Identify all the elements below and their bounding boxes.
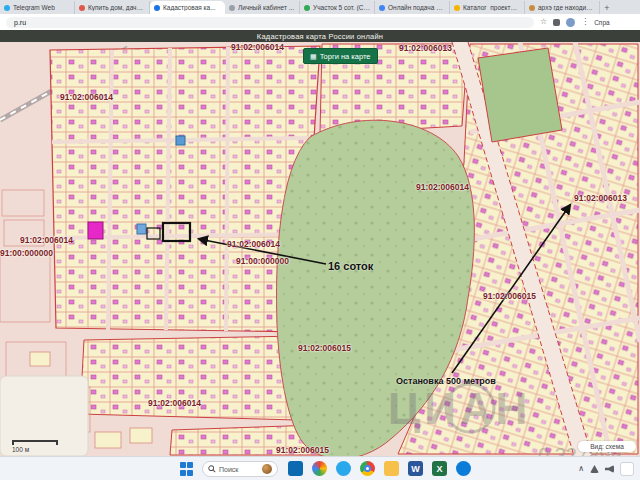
tab-label: Онлайн подача зая... — [388, 4, 445, 11]
system-tray: ∧ — [578, 462, 634, 476]
auction-button-label: Торги на карте — [320, 52, 371, 61]
wifi-icon[interactable] — [590, 465, 599, 473]
browser-menu-icon[interactable]: ⋮ — [581, 18, 589, 26]
chevron-up-icon[interactable]: ∧ — [578, 465, 584, 473]
magenta-parcel[interactable] — [88, 222, 103, 239]
taskbar-apps: W X — [288, 461, 471, 476]
area-annotation: 16 соток — [328, 260, 373, 272]
tab-label: Каталог_проектов... — [463, 4, 520, 11]
telegram-icon[interactable] — [336, 461, 351, 476]
bus-stop-annotation: Остановка 500 метров — [396, 376, 496, 386]
explorer-icon[interactable] — [384, 461, 399, 476]
bookmark-star-icon[interactable]: ☆ — [540, 18, 547, 26]
tab-label: Telegram Web — [13, 4, 55, 11]
map-layer-switcher[interactable]: Вид: схема — [578, 441, 636, 452]
map-canvas: ЦИАН 0 327899 — [0, 42, 640, 456]
tab-telegram[interactable]: Telegram Web — [0, 1, 75, 14]
cadastral-label[interactable]: 91:02:006014 — [148, 398, 201, 408]
bookmark-item[interactable]: Спра — [594, 19, 609, 26]
search-icon — [208, 465, 216, 473]
photos-icon[interactable] — [312, 461, 327, 476]
tab-online-application[interactable]: Онлайн подача зая... — [375, 1, 450, 14]
tab-strip: Telegram Web Купить дом, дачу и... Кадас… — [0, 0, 640, 14]
tab-favicon — [4, 5, 10, 11]
blue-parcel[interactable] — [137, 224, 146, 234]
tab-favicon — [229, 5, 235, 11]
cadastral-label[interactable]: 91:02:006014 — [60, 92, 113, 102]
taskbar: Поиск W X ∧ — [0, 456, 640, 480]
tab-favicon — [379, 5, 385, 11]
green-zone-top-right — [478, 48, 562, 142]
tab-label: Кадастровая ка... — [163, 4, 216, 11]
tab-projects-catalog[interactable]: Каталог_проектов... — [450, 1, 525, 14]
cadastral-label[interactable]: 91:02:006013 — [574, 193, 627, 203]
start-button[interactable] — [180, 462, 194, 476]
tab-favicon — [454, 5, 460, 11]
taskbar-search[interactable]: Поиск — [202, 461, 278, 477]
blue-marker-parcel[interactable] — [176, 136, 185, 145]
auction-on-map-button[interactable]: ▦ Торги на карте — [303, 48, 378, 64]
cadastral-label[interactable]: 91:02:006014 — [20, 235, 73, 245]
cadastral-label[interactable]: 91:02:006013 — [399, 43, 452, 53]
new-tab-button[interactable]: + — [600, 1, 614, 14]
cadastral-map[interactable]: ЦИАН 0 327899 ▦ Торги на карте 91:02:006… — [0, 42, 640, 456]
tab-buy-house[interactable]: Купить дом, дачу и... — [75, 1, 150, 14]
url-field[interactable]: p.ru — [6, 17, 534, 28]
page-title: Кадастровая карта России онлайн — [257, 32, 383, 41]
profile-avatar[interactable] — [566, 18, 575, 27]
scale-label: 100 м — [12, 446, 58, 453]
cadastral-label[interactable]: 91:02:006015 — [276, 445, 329, 455]
tab-label: Личный кабинет ... — [238, 4, 294, 11]
chrome-icon[interactable] — [360, 461, 375, 476]
cadastral-label[interactable]: 91:00:000000 — [236, 256, 289, 266]
cadastral-label[interactable]: 91:02:006014 — [227, 239, 280, 249]
notification-center-icon[interactable] — [620, 462, 634, 476]
cadastral-label[interactable]: 91:00:000000 — [0, 248, 53, 258]
address-bar: p.ru ☆ ⋮ Спра — [0, 14, 640, 30]
tab-cadastral-map[interactable]: Кадастровая ка... — [150, 1, 225, 14]
tab-label: архэ где находите... — [538, 4, 595, 11]
map-scale: 100 м — [12, 440, 58, 453]
site-header: Кадастровая карта России онлайн — [0, 30, 640, 42]
search-highlight-image — [262, 464, 272, 474]
cadastral-label[interactable]: 91:02:006014 — [231, 42, 284, 52]
grid-icon: ▦ — [310, 53, 317, 60]
volume-icon[interactable] — [605, 465, 614, 473]
extensions-icon[interactable] — [553, 19, 560, 26]
cadastral-label[interactable]: 91:02:006014 — [416, 182, 469, 192]
tab-favicon — [529, 5, 535, 11]
edge-icon[interactable] — [456, 461, 471, 476]
tab-favicon — [304, 5, 310, 11]
tab-personal-account[interactable]: Личный кабинет ... — [225, 1, 300, 14]
scale-line — [12, 440, 58, 445]
watermark-logo-text: ЦИАН — [388, 384, 531, 433]
tab-favicon — [154, 5, 160, 11]
cadastral-label[interactable]: 91:02:006015 — [298, 343, 351, 353]
tab-label: Участок 5 сот. (СНТ... — [313, 4, 370, 11]
excel-icon[interactable]: X — [432, 461, 447, 476]
cadastral-label[interactable]: 91:02:006015 — [483, 291, 536, 301]
word-icon[interactable]: W — [408, 461, 423, 476]
watermark: ЦИАН — [388, 384, 531, 433]
browser-window: Telegram Web Купить дом, дачу и... Кадас… — [0, 0, 640, 480]
tab-plot-listing[interactable]: Участок 5 сот. (СНТ... — [300, 1, 375, 14]
tab-arhe-location[interactable]: архэ где находите... — [525, 1, 600, 14]
url-text: p.ru — [14, 19, 26, 26]
search-label: Поиск — [219, 466, 259, 473]
tab-label: Купить дом, дачу и... — [88, 4, 145, 11]
store-icon[interactable] — [288, 461, 303, 476]
tab-favicon — [79, 5, 85, 11]
